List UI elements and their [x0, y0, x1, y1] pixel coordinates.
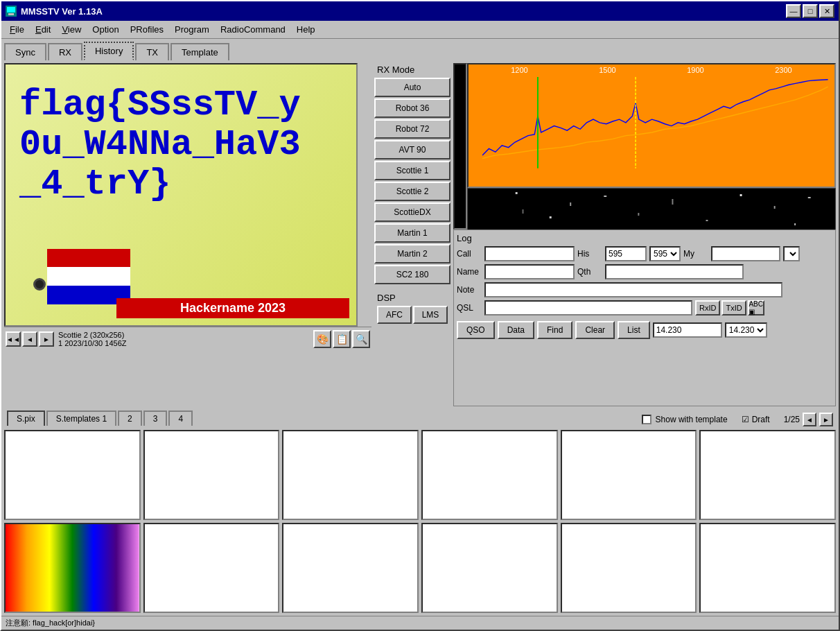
freq-label-1900: 1900 [687, 66, 703, 74]
my-dropdown[interactable] [783, 246, 800, 261]
page-next[interactable]: ► [819, 413, 833, 426]
svg-rect-7 [516, 192, 518, 194]
thumbnail-6[interactable] [699, 430, 836, 520]
copy-button[interactable]: 📋 [333, 330, 351, 348]
my-input[interactable] [711, 246, 780, 261]
call-input[interactable] [484, 246, 575, 261]
menu-help[interactable]: Help [291, 22, 321, 37]
mode-robot36[interactable]: Robot 36 [374, 98, 450, 118]
my-label: My [683, 249, 708, 259]
note-input[interactable] [484, 282, 782, 297]
mode-robot72[interactable]: Robot 72 [374, 119, 450, 139]
svg-rect-11 [740, 194, 742, 196]
menu-option[interactable]: Option [87, 22, 124, 37]
rxid-txid-area: RxID TxID ABC▣ [695, 300, 764, 316]
mode-martin1[interactable]: Martin 1 [374, 223, 450, 243]
thumbnail-5[interactable] [561, 430, 697, 520]
draft-check: ☑ Draft [742, 415, 770, 424]
tab-tx[interactable]: TX [135, 43, 169, 60]
color-adjust-button[interactable]: 🎨 [313, 330, 331, 348]
his-input[interactable] [605, 246, 647, 261]
name-input[interactable] [484, 264, 575, 279]
thumbnail-7[interactable] [4, 523, 141, 613]
rainbow-thumb [6, 524, 139, 612]
dsp-afc[interactable]: AFC [377, 306, 412, 324]
s-tab-3[interactable]: 3 [143, 410, 168, 426]
qsl-input[interactable] [484, 300, 692, 316]
qso-button[interactable]: QSO [457, 321, 495, 339]
rxid-button[interactable]: RxID [695, 300, 720, 316]
thumbnail-3[interactable] [282, 430, 419, 520]
txid-button[interactable]: TxID [721, 300, 746, 316]
freq-dropdown[interactable]: 14.230 [725, 322, 767, 338]
his-dropdown[interactable]: 595 599 579 [649, 246, 681, 261]
thumbnail-11[interactable] [561, 523, 697, 613]
s-tab-4[interactable]: 4 [168, 410, 193, 426]
mode-auto[interactable]: Auto [374, 78, 450, 97]
thumbnail-4[interactable] [421, 430, 558, 520]
minimize-button[interactable]: — [786, 4, 801, 18]
thumbnail-2[interactable] [143, 430, 280, 520]
rx-mode-label: RX Mode [374, 63, 450, 78]
zoom-button[interactable]: 🔍 [352, 330, 370, 348]
thumbnail-8[interactable] [143, 523, 280, 613]
find-button[interactable]: Find [537, 321, 572, 339]
menu-file[interactable]: File [4, 22, 30, 37]
window-title: MMSSTV Ver 1.13A [21, 6, 786, 17]
svg-rect-9 [604, 196, 606, 197]
freq-input[interactable] [653, 322, 722, 338]
name-label: Name [457, 267, 482, 277]
s-tab-stemplate1[interactable]: S.templates 1 [46, 410, 116, 426]
log-row-call: Call His 595 599 579 My [457, 246, 832, 261]
mode-martin2[interactable]: Martin 2 [374, 244, 450, 263]
show-template-checkbox[interactable] [642, 415, 651, 424]
menu-radiocommand[interactable]: RadioCommand [215, 22, 291, 37]
maximize-button[interactable]: □ [803, 4, 818, 18]
s-tab-2[interactable]: 2 [118, 410, 142, 426]
data-button[interactable]: Data [498, 321, 534, 339]
bottom-right-controls: Show with template ☑ Draft 1/25 ◄ ► [642, 413, 833, 426]
menu-view[interactable]: View [56, 22, 87, 37]
menu-profiles[interactable]: PRofiles [125, 22, 169, 37]
nav-next[interactable]: ► [39, 331, 54, 347]
thumbnail-1[interactable] [4, 430, 141, 520]
mode-avt90[interactable]: AVT 90 [374, 140, 450, 159]
tab-sync[interactable]: Sync [4, 43, 46, 60]
mode-sc2180[interactable]: SC2 180 [374, 265, 450, 284]
mode-scottiedx[interactable]: ScottieDX [374, 202, 450, 222]
thumbnail-12[interactable] [699, 523, 836, 613]
close-button[interactable]: ✕ [819, 4, 834, 18]
list-button[interactable]: List [618, 321, 650, 339]
thumbnail-9[interactable] [282, 523, 419, 613]
rx-image: flag{SSssTV_y0u_W4NNa_HaV3_4_trY} Hacker… [4, 63, 358, 327]
dsp-lms[interactable]: LMS [413, 306, 448, 324]
page-prev[interactable]: ◄ [803, 413, 816, 426]
thumbnail-10[interactable] [421, 523, 558, 613]
tab-rx[interactable]: RX [48, 43, 82, 60]
clear-button[interactable]: Clear [575, 321, 615, 339]
svg-rect-19 [6, 524, 139, 612]
tab-template[interactable]: Template [170, 43, 229, 60]
page-info: 1/25 [784, 415, 800, 424]
spectrum-container: 1200 1500 1900 2300 [453, 63, 836, 230]
svg-rect-18 [794, 223, 796, 225]
tab-history[interactable]: History [84, 42, 134, 60]
qth-input[interactable] [605, 264, 744, 279]
menu-program[interactable]: Program [169, 22, 215, 37]
nav-prev[interactable]: ◄ [22, 331, 37, 347]
svg-rect-1 [7, 7, 15, 12]
mode-scottie1[interactable]: Scottie 1 [374, 161, 450, 180]
menu-edit[interactable]: Edit [30, 22, 56, 37]
qsl-label: QSL [457, 303, 482, 313]
mode-scottie2[interactable]: Scottie 2 [374, 182, 450, 201]
middle-panel: RX Mode Auto Robot 36 Robot 72 AVT 90 Sc… [374, 63, 450, 406]
show-template-label: Show with template [656, 415, 728, 424]
draft-checkmark: ☑ [742, 415, 749, 424]
nav-prev-prev[interactable]: ◄◄ [6, 331, 21, 347]
abc-button[interactable]: ABC▣ [748, 300, 764, 316]
svg-rect-15 [550, 216, 552, 218]
s-tab-spix[interactable]: S.pix [7, 410, 45, 426]
thumbnail-grid [4, 430, 836, 613]
spectrum-chart [482, 77, 834, 168]
image-info-line1: Scottie 2 (320x256) [58, 331, 309, 339]
